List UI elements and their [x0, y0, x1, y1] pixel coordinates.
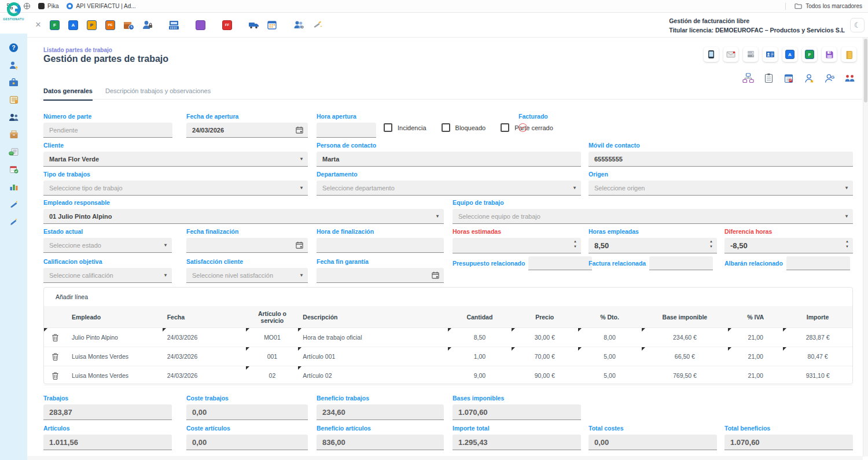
fecha-finalizacion-input[interactable]: [186, 238, 308, 253]
breadcrumb[interactable]: Listado partes de trabajo: [43, 47, 112, 53]
diferencia-horas-input[interactable]: -8,50 ▲▼: [724, 238, 853, 253]
historico-button[interactable]: [841, 47, 856, 62]
stepper-arrows[interactable]: ▲▼: [845, 240, 849, 248]
cell-descripcion[interactable]: Hora de trabajo oficial: [298, 328, 448, 347]
sidebar-item-clientes[interactable]: [9, 60, 19, 70]
cell-dto[interactable]: 8,00: [578, 328, 642, 347]
close-icon[interactable]: ✕: [34, 20, 43, 29]
numero-parte-input[interactable]: Pendiente: [43, 123, 172, 138]
scrollbar-thumb[interactable]: [864, 39, 867, 102]
sidebar-item-utilidades[interactable]: [9, 216, 19, 226]
cell-descripcion[interactable]: Artículo 001: [298, 347, 448, 366]
all-bookmarks-button[interactable]: Todos los marcadores: [806, 3, 862, 9]
cliente-select[interactable]: Marta Flor Verde▾: [43, 152, 308, 167]
tareas-button[interactable]: [762, 71, 775, 85]
cell-base[interactable]: 66,50 €: [642, 347, 729, 366]
calendar-icon[interactable]: [296, 126, 303, 134]
albaranes-button[interactable]: A: [66, 17, 80, 32]
sms-button[interactable]: [704, 47, 719, 62]
ficha-cliente-button[interactable]: [763, 47, 778, 62]
cell-importe[interactable]: 283,87 €: [783, 328, 852, 347]
stepper-arrows[interactable]: ▲▼: [573, 240, 577, 248]
transporte-button[interactable]: [247, 17, 261, 32]
cell-empleado[interactable]: Luisa Montes Verdes: [67, 347, 163, 366]
cell-empleado[interactable]: Luisa Montes Verdes: [67, 366, 163, 385]
hora-finalizacion-input[interactable]: [317, 238, 444, 253]
dark-mode-toggle[interactable]: ☾: [850, 18, 865, 32]
calendar-icon[interactable]: [432, 271, 439, 279]
cell-importe[interactable]: 80,47 €: [783, 347, 852, 366]
departamento-select[interactable]: Seleccione departamento▾: [317, 181, 581, 196]
cell-cantidad[interactable]: 9,00: [448, 366, 512, 385]
cell-fecha[interactable]: 24/03/2026: [163, 328, 247, 347]
guardar-button[interactable]: [822, 47, 837, 62]
pedidos-button[interactable]: PE: [103, 17, 117, 32]
sidebar-item-empleados[interactable]: [9, 112, 19, 122]
sidebar-item-help[interactable]: ?: [9, 43, 19, 53]
bookmark-api-verifactu[interactable]: API VERIFACTU | Ad...: [67, 3, 135, 9]
email-button[interactable]: [723, 47, 738, 62]
generar-albaran-button[interactable]: A: [782, 47, 797, 62]
horas-empleadas-input[interactable]: 8,50 ▲▼: [589, 238, 717, 253]
persona-contacto-input[interactable]: Marta: [317, 152, 581, 167]
cell-empleado[interactable]: Julio Pinto Alpino: [67, 328, 163, 347]
origen-select[interactable]: Seleccione origen▾: [589, 181, 853, 196]
organigrama-button[interactable]: [741, 71, 755, 85]
sidebar-item-informes[interactable]: [9, 182, 19, 192]
movil-contacto-input[interactable]: 65555555: [589, 152, 853, 167]
sidebar-item-maletin[interactable]: [9, 78, 19, 87]
trash-icon[interactable]: [52, 353, 58, 360]
cell-cantidad[interactable]: 1,00: [448, 347, 512, 366]
factura-relacionada-input[interactable]: [649, 256, 713, 270]
tpv-button[interactable]: [167, 17, 181, 32]
cell-descripcion[interactable]: Artículo 02: [298, 366, 448, 385]
empleados-button[interactable]: [292, 17, 306, 32]
fecha-apertura-input[interactable]: 24/03/2026: [186, 123, 308, 138]
sidebar-item-vencimientos[interactable]: [9, 164, 19, 174]
cell-base[interactable]: 234,60 €: [642, 328, 729, 347]
facturas-button[interactable]: F: [47, 17, 62, 32]
cell-fecha[interactable]: 24/03/2026: [163, 366, 247, 385]
empleado-favorito-button[interactable]: [802, 71, 816, 85]
asistente-button[interactable]: [310, 17, 325, 32]
app-logo[interactable]: GESTIONATU: [0, 0, 27, 34]
albaran-relacionado-input[interactable]: [786, 256, 850, 270]
cell-articulo[interactable]: MO01: [246, 328, 298, 347]
cell-articulo[interactable]: 02: [246, 366, 298, 385]
cell-dto[interactable]: 5,00: [578, 366, 642, 385]
empleado-responsable-select[interactable]: 01 Julio Pinto Alpino▾: [43, 209, 444, 224]
facturas-ff-button[interactable]: FF: [220, 17, 234, 32]
vertical-scrollbar[interactable]: [863, 38, 868, 457]
cell-iva[interactable]: 21,00: [728, 347, 783, 366]
calificacion-objetiva-select[interactable]: Seleccione calificación▾: [43, 268, 172, 283]
cell-iva[interactable]: 21,00: [728, 328, 783, 347]
horas-estimadas-input[interactable]: ▲▼: [453, 238, 581, 253]
documento-button[interactable]: [193, 17, 208, 32]
presupuesto-relacionado-input[interactable]: [528, 256, 592, 270]
clientes-button[interactable]: [140, 17, 155, 32]
estado-actual-select[interactable]: Seleccione estado▾: [43, 238, 172, 253]
presupuestos-button[interactable]: P: [84, 17, 99, 32]
calendar-icon[interactable]: [296, 241, 303, 249]
equipo-button[interactable]: [843, 71, 856, 85]
cell-articulo[interactable]: 001: [246, 347, 298, 366]
satisfaccion-cliente-select[interactable]: Seleccione nivel satisfacción▾: [186, 268, 308, 283]
usuario-gestionatu-button[interactable]: G: [822, 71, 836, 85]
tipo-trabajos-select[interactable]: Seleccione tipo de trabajo▾: [43, 181, 308, 196]
planificacion-button[interactable]: [782, 71, 796, 85]
sidebar-item-facturacion[interactable]: [9, 147, 19, 157]
hora-apertura-input[interactable]: [317, 123, 376, 138]
cell-precio[interactable]: 30,00 €: [512, 328, 578, 347]
horizontal-scrollbar[interactable]: [27, 456, 863, 460]
bookmark-pika[interactable]: Pika: [38, 3, 58, 9]
almacen-button[interactable]: [122, 17, 136, 32]
cell-dto[interactable]: 5,00: [578, 347, 642, 366]
cell-cantidad[interactable]: 8,50: [448, 328, 512, 347]
trash-icon[interactable]: [52, 372, 58, 380]
sidebar-item-articulos[interactable]: [9, 130, 19, 139]
fecha-fin-garantia-input[interactable]: [317, 268, 444, 283]
stepper-arrows[interactable]: ▲▼: [709, 240, 713, 248]
cell-base[interactable]: 769,50 €: [642, 366, 729, 385]
cell-precio[interactable]: 90,00 €: [512, 366, 578, 385]
trash-icon[interactable]: [52, 334, 58, 341]
